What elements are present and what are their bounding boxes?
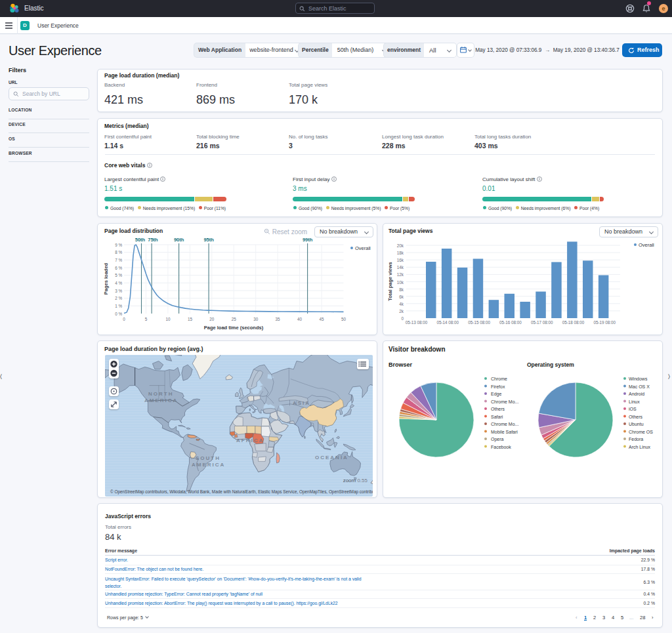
svg-text:05-18 08:00: 05-18 08:00: [562, 320, 585, 325]
svg-text:05-15 08:00: 05-15 08:00: [468, 320, 490, 325]
svg-text:0: 0: [401, 316, 404, 321]
svg-text:25: 25: [232, 317, 237, 321]
svg-text:0 %: 0 %: [115, 312, 122, 316]
svg-text:20k: 20k: [397, 243, 404, 248]
svg-text:Others: Others: [629, 415, 643, 419]
svg-text:Chrome: Chrome: [491, 377, 507, 381]
svg-text:Page load time (seconds): Page load time (seconds): [204, 325, 264, 331]
svg-text:SOUTH: SOUTH: [196, 455, 220, 461]
svg-text:8k: 8k: [399, 287, 404, 292]
svg-text:5 %: 5 %: [115, 273, 122, 277]
svg-text:Ubuntu: Ubuntu: [629, 422, 644, 426]
svg-text:Linux: Linux: [629, 399, 640, 404]
svg-text:10k: 10k: [397, 280, 404, 285]
svg-text:8 %: 8 %: [115, 250, 122, 255]
svg-text:18k: 18k: [397, 251, 404, 255]
svg-text:50th: 50th: [135, 237, 146, 243]
svg-text:AFRICA: AFRICA: [236, 438, 264, 443]
svg-text:7 %: 7 %: [115, 258, 122, 262]
svg-text:40: 40: [297, 317, 303, 321]
svg-text:30: 30: [253, 317, 259, 321]
svg-text:Chrome OS: Chrome OS: [629, 430, 653, 434]
svg-text:Chrome Mo...: Chrome Mo...: [491, 422, 518, 426]
svg-text:Firefox: Firefox: [491, 384, 505, 389]
svg-text:2 %: 2 %: [115, 296, 122, 300]
svg-text:Pages loaded: Pages loaded: [103, 262, 109, 295]
svg-text:ASIA: ASIA: [293, 400, 310, 406]
svg-text:99th: 99th: [303, 237, 313, 243]
svg-text:50: 50: [341, 317, 346, 321]
svg-text:2k: 2k: [399, 309, 404, 314]
svg-text:Edge: Edge: [491, 392, 501, 397]
svg-text:95th: 95th: [203, 237, 214, 243]
svg-text:Fedora: Fedora: [629, 437, 643, 441]
svg-text:5: 5: [145, 317, 148, 321]
svg-text:4k: 4k: [399, 302, 404, 306]
svg-text:90th: 90th: [174, 237, 184, 243]
svg-text:05-17 08:00: 05-17 08:00: [531, 320, 553, 325]
svg-text:9 %: 9 %: [115, 243, 122, 247]
svg-text:Total page views: Total page views: [387, 262, 393, 300]
svg-text:05-19 08:00: 05-19 08:00: [593, 320, 616, 325]
svg-text:05-13 08:00: 05-13 08:00: [406, 320, 428, 325]
svg-text:Windows: Windows: [629, 377, 648, 381]
svg-text:Mac OS X: Mac OS X: [629, 384, 650, 389]
svg-text:Safari: Safari: [491, 415, 503, 419]
svg-text:Others: Others: [491, 407, 505, 411]
svg-text:4 %: 4 %: [115, 281, 122, 285]
svg-text:15: 15: [188, 317, 193, 321]
svg-text:AMERICA: AMERICA: [144, 398, 178, 403]
svg-text:Facebook: Facebook: [491, 445, 511, 449]
svg-text:0: 0: [123, 317, 125, 321]
svg-text:Arch Linux: Arch Linux: [629, 445, 651, 449]
svg-text:Chrome Mo...: Chrome Mo...: [491, 399, 518, 404]
svg-text:Mobile Safari: Mobile Safari: [491, 430, 518, 434]
svg-text:05-16 08:00: 05-16 08:00: [499, 320, 522, 325]
svg-text:05-14 08:00: 05-14 08:00: [436, 320, 459, 325]
svg-text:14k: 14k: [397, 265, 404, 270]
svg-text:20: 20: [209, 317, 215, 321]
svg-text:35: 35: [276, 317, 281, 321]
svg-text:3 %: 3 %: [115, 289, 122, 293]
svg-text:6 %: 6 %: [115, 266, 122, 270]
svg-text:Overall: Overall: [639, 242, 654, 248]
svg-text:75th: 75th: [148, 237, 158, 243]
svg-text:1 %: 1 %: [115, 304, 122, 308]
svg-text:iOS: iOS: [629, 407, 637, 411]
svg-text:Android: Android: [629, 392, 644, 396]
svg-text:Overall: Overall: [355, 245, 371, 251]
svg-text:OCEANIA: OCEANIA: [315, 455, 348, 460]
svg-text:AMERICA: AMERICA: [192, 462, 225, 468]
svg-text:10: 10: [165, 317, 171, 321]
svg-text:16k: 16k: [397, 258, 404, 262]
svg-text:12k: 12k: [397, 272, 404, 277]
svg-text:Opera: Opera: [491, 437, 504, 442]
svg-text:6k: 6k: [399, 295, 404, 299]
svg-text:45: 45: [320, 317, 325, 321]
svg-text:NORTH: NORTH: [148, 391, 173, 397]
